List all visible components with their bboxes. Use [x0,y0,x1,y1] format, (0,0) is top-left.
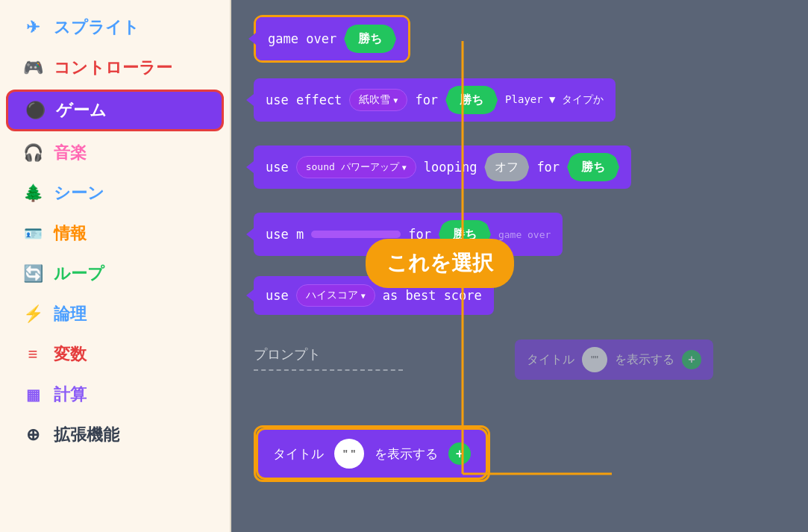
sidebar: ✈ スプライト 🎮 コントローラー ⚫ ゲーム 🎧 音楽 🌲 シーン 🪪 情報 … [0,0,231,532]
sidebar-label-calc: 計算 [54,384,87,406]
block1-prefix: game over [268,31,336,46]
info-icon: 🪪 [21,225,45,242]
block-use-sound[interactable]: use sound パワーアップ looping オフ for 勝ち [254,145,631,189]
sidebar-label-variable: 変数 [54,343,87,366]
block7-title: タイトル [273,445,324,463]
prompt-label: プロンプト [254,347,321,362]
block5-prefix: use [266,288,289,303]
block-use-effect[interactable]: use effect 紙吹雪 for 勝ち Player ▼ タイプか [254,78,616,122]
block2-for: for [415,93,438,107]
sidebar-label-controller: コントローラー [54,57,172,79]
block3-dropdown1[interactable]: sound パワーアップ [296,156,416,178]
block2-prefix: use effect [266,93,342,107]
logic-icon: ⚡ [21,304,45,324]
title-badge-faded: "" [582,347,607,372]
block1-badge: 勝ち [344,25,396,53]
block2-badge: 勝ち [445,86,498,114]
block4-prefix: use m [266,227,304,242]
main-canvas: game over 勝ち use effect 紙吹雪 for 勝ち Playe… [231,0,808,532]
sidebar-item-calc[interactable]: ▦ 計算 [6,376,224,413]
block4-suffix: game over [498,229,551,240]
block3-looping: looping [424,160,477,175]
sidebar-item-extend[interactable]: ⊕ 拡張機能 [6,416,224,454]
sidebar-label-scene: シーン [54,182,104,204]
tooltip-text: これを選択 [386,251,493,275]
sidebar-item-variable[interactable]: ≡ 変数 [6,336,224,373]
sidebar-item-sprite[interactable]: ✈ スプライト [6,9,224,46]
sidebar-label-info: 情報 [54,222,87,245]
block2-suffix: Player ▼ タイプか [505,93,604,107]
block3-badge-win: 勝ち [567,153,619,181]
block7-plus[interactable]: + [448,442,471,465]
plus-faded: + [682,350,701,369]
controller-icon: 🎮 [21,58,45,78]
block3-for: for [536,160,560,175]
block5-dropdown[interactable]: ハイスコア [296,284,375,307]
block4-empty [311,231,401,238]
sidebar-item-logic[interactable]: ⚡ 論理 [6,295,224,333]
canvas-area: game over 勝ち use effect 紙吹雪 for 勝ち Playe… [231,0,808,532]
sprite-icon: ✈ [21,18,45,37]
sidebar-item-scene[interactable]: 🌲 シーン [6,175,224,212]
sidebar-label-extend: 拡張機能 [54,424,119,446]
sidebar-item-info[interactable]: 🪪 情報 [6,215,224,252]
block-title-show[interactable]: タイトル " " を表示する + [254,425,490,482]
block7-badge: " " [334,439,364,469]
sidebar-label-loop: ループ [54,263,104,285]
sidebar-item-loop[interactable]: 🔄 ループ [6,255,224,292]
show-label-faded: を表示する [615,352,674,368]
extend-icon: ⊕ [21,425,45,445]
game-icon: ⚫ [23,101,47,120]
sidebar-label-logic: 論理 [54,303,87,325]
block-game-over[interactable]: game over 勝ち [254,15,410,63]
block2-dropdown1[interactable]: 紙吹雪 [349,89,407,111]
sidebar-item-music[interactable]: 🎧 音楽 [6,134,224,172]
variable-icon: ≡ [21,345,45,364]
sidebar-label-sprite: スプライト [54,16,140,39]
sidebar-item-controller[interactable]: 🎮 コントローラー [6,49,224,87]
block7-show: を表示する [375,445,438,463]
music-icon: 🎧 [21,143,45,163]
block5-as-best-score: as best score [383,288,482,303]
title-label-faded: タイトル [527,352,574,368]
block3-prefix: use [266,160,289,175]
loop-icon: 🔄 [21,264,45,284]
sidebar-label-game: ゲーム [56,99,107,122]
block-prompt: プロンプト [254,339,403,371]
block3-badge-off: オフ [484,153,529,181]
block-title-faded[interactable]: タイトル "" を表示する + [515,339,713,380]
calc-icon: ▦ [21,386,45,404]
tooltip: これを選択 [366,239,514,288]
sidebar-label-music: 音楽 [54,142,87,164]
scene-icon: 🌲 [21,184,45,203]
sidebar-item-game[interactable]: ⚫ ゲーム [6,90,224,131]
